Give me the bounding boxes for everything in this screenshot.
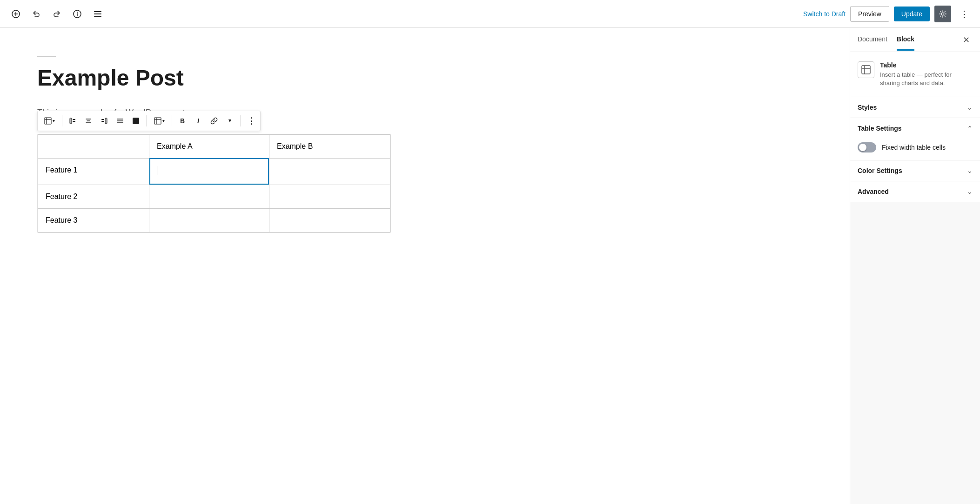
panel-advanced: Advanced ⌄ xyxy=(850,181,980,202)
table-cell-1-1[interactable] xyxy=(149,185,269,208)
table-cell-0-0[interactable]: Feature 1 xyxy=(38,158,149,185)
table-cell-1-2[interactable] xyxy=(269,185,390,208)
panel-color-settings-title: Color Settings xyxy=(858,167,902,174)
info-button[interactable] xyxy=(69,6,86,22)
fixed-width-setting-row: Fixed width table cells xyxy=(858,142,973,153)
svg-rect-13 xyxy=(70,118,72,124)
svg-point-5 xyxy=(77,12,78,13)
table-cell-1-0[interactable]: Feature 2 xyxy=(38,185,149,208)
toolbar-align-center-button[interactable] xyxy=(81,113,96,128)
svg-rect-23 xyxy=(101,119,104,120)
preview-button[interactable]: Preview xyxy=(850,6,889,22)
tab-document[interactable]: Document xyxy=(858,29,887,51)
svg-rect-15 xyxy=(73,119,75,120)
table-row: Feature 3 xyxy=(38,208,390,232)
more-options-button[interactable]: ⋮ xyxy=(956,6,973,22)
fixed-width-label: Fixed width table cells xyxy=(882,144,946,151)
tab-block[interactable]: Block xyxy=(897,29,914,51)
sidebar: Document Block ✕ Table Insert a table — … xyxy=(850,28,980,504)
table-settings-chevron-icon: ⌄ xyxy=(967,125,973,132)
svg-rect-7 xyxy=(94,13,101,14)
toolbar-table-type-button[interactable]: ▾ xyxy=(40,113,59,128)
toggle-knob xyxy=(859,144,866,151)
table-row: Feature 1 xyxy=(38,158,390,185)
editor[interactable]: Example Post This is an example of a Wor… xyxy=(0,28,850,504)
toolbar-more-options-block-button[interactable]: ⋮ xyxy=(243,113,258,128)
panel-color-settings: Color Settings ⌄ xyxy=(850,160,980,181)
panel-table-settings-content: Fixed width table cells xyxy=(850,139,980,160)
svg-point-9 xyxy=(941,13,944,15)
table-block[interactable]: Example A Example B Feature 1 Feature 2 xyxy=(37,134,391,233)
update-button[interactable]: Update xyxy=(894,7,930,21)
fixed-width-toggle[interactable] xyxy=(858,142,876,153)
table-cell-0-2[interactable] xyxy=(269,158,390,185)
toolbar-align-full-button[interactable] xyxy=(113,113,128,128)
panel-table-settings: Table Settings ⌄ Fixed width table cells xyxy=(850,118,980,160)
undo-button[interactable] xyxy=(28,6,45,22)
advanced-chevron-icon: ⌄ xyxy=(967,188,973,195)
table-cell-2-2[interactable] xyxy=(269,208,390,232)
table-cell-2-0[interactable]: Feature 3 xyxy=(38,208,149,232)
toolbar-align-left-button[interactable] xyxy=(65,113,80,128)
svg-rect-24 xyxy=(101,121,104,122)
redo-button[interactable] xyxy=(48,6,65,22)
top-bar: Switch to Draft Preview Update ⋮ xyxy=(0,0,980,28)
sidebar-close-button[interactable]: ✕ xyxy=(960,33,973,46)
panel-advanced-header[interactable]: Advanced ⌄ xyxy=(850,181,980,202)
toolbar-table-edit-button[interactable]: ▾ xyxy=(149,113,169,128)
block-info-text: Table Insert a table — perfect for shari… xyxy=(880,61,973,87)
toolbar-more-rich-button[interactable]: ▾ xyxy=(222,113,237,128)
table-cell-0-1[interactable] xyxy=(149,158,269,185)
svg-rect-17 xyxy=(73,123,74,123)
content-table: Example A Example B Feature 1 Feature 2 xyxy=(38,134,390,232)
svg-rect-21 xyxy=(105,118,107,124)
panel-color-settings-header[interactable]: Color Settings ⌄ xyxy=(850,160,980,181)
table-header-cell-2[interactable]: Example B xyxy=(269,134,390,158)
settings-button[interactable] xyxy=(934,6,951,22)
svg-rect-6 xyxy=(94,11,101,12)
main-area: Example Post This is an example of a Wor… xyxy=(0,28,980,504)
sidebar-tabs: Document Block ✕ xyxy=(850,28,980,52)
table-cell-2-1[interactable] xyxy=(149,208,269,232)
block-list-button[interactable] xyxy=(89,6,106,22)
svg-rect-28 xyxy=(133,118,139,124)
block-icon xyxy=(858,61,874,78)
add-block-button[interactable] xyxy=(7,6,24,22)
post-title-divider xyxy=(37,56,56,57)
table-block-wrapper: ▾ xyxy=(37,134,391,233)
switch-draft-button[interactable]: Switch to Draft xyxy=(803,10,846,18)
post-title-area: Example Post xyxy=(37,56,812,92)
table-header-cell-1[interactable]: Example A xyxy=(149,134,269,158)
toolbar-divider-1 xyxy=(62,115,62,126)
svg-rect-29 xyxy=(154,118,161,124)
table-row: Feature 2 xyxy=(38,185,390,208)
toolbar-italic-button[interactable]: I xyxy=(191,113,206,128)
toolbar-link-button[interactable] xyxy=(207,113,222,128)
toolbar-bold-button[interactable]: B xyxy=(175,113,190,128)
svg-rect-10 xyxy=(45,118,51,124)
top-bar-right: Switch to Draft Preview Update ⋮ xyxy=(803,6,973,22)
toolbar-align-right-button[interactable] xyxy=(97,113,112,128)
block-description: Insert a table — perfect for sharing cha… xyxy=(880,71,973,87)
svg-rect-32 xyxy=(862,66,870,74)
panel-table-settings-header[interactable]: Table Settings ⌄ xyxy=(850,118,980,139)
block-toolbar: ▾ xyxy=(37,111,261,131)
panel-styles: Styles ⌄ xyxy=(850,97,980,118)
panel-advanced-title: Advanced xyxy=(858,188,889,195)
toolbar-divider-2 xyxy=(146,115,147,126)
block-name: Table xyxy=(880,61,973,69)
top-bar-left xyxy=(7,6,106,22)
svg-rect-8 xyxy=(94,16,101,17)
svg-rect-16 xyxy=(73,121,75,122)
color-settings-chevron-icon: ⌄ xyxy=(967,167,973,174)
table-header-row: Example A Example B xyxy=(38,134,390,158)
panel-styles-header[interactable]: Styles ⌄ xyxy=(850,97,980,118)
block-info: Table Insert a table — perfect for shari… xyxy=(850,52,980,97)
panel-table-settings-title: Table Settings xyxy=(858,125,902,132)
table-header-cell-0[interactable] xyxy=(38,134,149,158)
styles-chevron-icon: ⌄ xyxy=(967,104,973,111)
toolbar-divider-4 xyxy=(240,115,241,126)
post-title[interactable]: Example Post xyxy=(37,65,812,92)
panel-styles-title: Styles xyxy=(858,104,877,111)
toolbar-background-button[interactable] xyxy=(128,113,143,128)
